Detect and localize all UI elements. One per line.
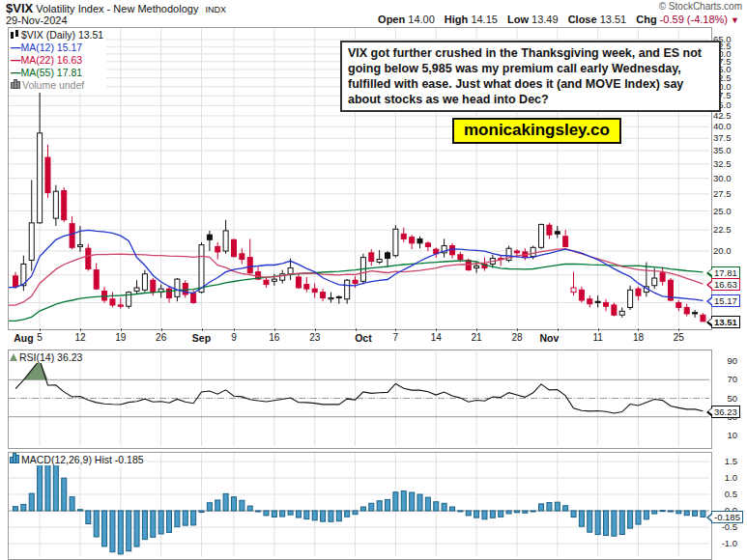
macd-axis-tick: 1.0 [712,473,737,483]
x-axis-tick [476,328,477,331]
x-axis-label-9: 9 [231,332,237,343]
rsi-axis-tick: 50 [712,394,737,404]
x-axis-tick [274,328,275,331]
price-tag-17.81: 17.81 [711,266,740,279]
price-axis-tick: 40.0 [713,122,732,131]
price-axis-tick: 27.5 [713,189,732,199]
price-tag-13.51: 13.51 [711,316,740,328]
x-axis-label-26: 26 [156,332,166,343]
x-axis-label-Oct: Oct [355,332,372,344]
legend-instrument: $VIX (Daily) 13.51 [11,29,103,42]
price-axis-tick: 42.5 [713,111,732,121]
macd-axis-tick: -1.0 [712,539,737,548]
close-value: 13.51 [600,14,627,25]
high-value: 14.15 [471,14,498,25]
watermark-badge: monicakingsley.co [452,118,621,144]
rsi-tag: 36.23 [711,406,740,418]
x-axis-label-14: 14 [431,332,442,343]
macd-bars-icon [10,455,19,463]
x-axis-label-28: 28 [511,332,522,343]
x-axis-label-25: 25 [674,332,684,343]
price-axis-tick: 30.0 [713,174,732,183]
close-label: Close [568,14,597,25]
macd-tag: -0.185 [711,511,743,523]
open-label: Open [378,14,405,25]
x-axis-label-19: 19 [115,332,126,343]
x-axis-tick [121,328,122,331]
macd-pane-canvas [9,453,709,557]
x-axis-tick [40,328,41,331]
stockcharts-vix-chart: $VIX Volatility Index - New Methodology … [0,0,747,560]
price-tag-16.63: 16.63 [711,278,740,291]
x-axis-label-5: 5 [37,332,43,343]
price-axis-tick: 22.5 [713,225,732,235]
annotation-text-box: VIX got further crushed in the Thanksgiv… [340,41,721,112]
symbol-description: Volatility Index - New Methodology [36,3,198,14]
price-axis-tick: 25.0 [713,207,732,216]
x-axis-label-21: 21 [472,332,482,343]
line-swatch-green: — [11,67,21,78]
x-axis-tick [436,328,437,331]
open-value: 14.00 [408,14,435,25]
macd-axis-tick: -0.5 [712,522,737,532]
price-legend: $VIX (Daily) 13.51 —MA(12) 15.17 —MA(22)… [10,28,106,93]
x-axis-tick [356,328,357,331]
price-axis-tick: 20.0 [713,246,732,256]
x-axis-label-12: 12 [74,332,85,343]
high-label: High [445,14,468,25]
x-axis-tick [161,328,162,331]
symbol: $VIX [6,1,33,15]
x-axis-label-Sep: Sep [192,332,211,344]
candlestick-icon [11,30,19,39]
price-axis-tick: 37.5 [713,133,732,143]
x-axis-label-7: 7 [393,332,399,343]
macd-axis-tick: 1.5 [712,457,737,466]
rsi-area-icon [10,353,17,361]
x-axis-label-18: 18 [633,332,644,343]
x-axis-tick [234,328,235,331]
price-axis-tick: 32.5 [713,159,732,169]
chart-title-row: $VIX Volatility Index - New Methodology … [6,1,226,15]
exchange-label: INDX [205,5,226,14]
rsi-axis-tick: 10 [712,431,737,440]
x-axis-tick [202,328,203,331]
copyright: © StockCharts.com [659,1,742,12]
x-axis-tick [315,328,316,331]
rsi-pane-canvas [9,350,709,446]
chg-label: Chg [636,14,656,25]
x-axis-label-Nov: Nov [539,332,559,344]
low-label: Low [507,14,529,25]
rsi-axis-tick: 70 [712,375,737,384]
legend-ma22: —MA(22) 16.63 [11,54,103,67]
line-swatch-blue: — [11,42,21,53]
line-swatch-red: — [11,54,21,66]
legend-ma55: —MA(55) 17.81 [11,67,103,79]
legend-ma12: —MA(12) 15.17 [11,42,103,54]
x-axis-tick [678,328,679,331]
low-value: 13.49 [532,14,559,25]
x-axis-tick [517,328,518,331]
chg-value: -0.59 (-4.18%) [660,14,728,25]
x-axis-tick [558,328,559,331]
volume-bars-icon [11,80,20,89]
x-axis-tick [598,328,599,331]
x-axis-label-11: 11 [592,332,602,343]
macd-axis-tick: 0.5 [712,490,737,499]
rsi-legend: RSI(14) 36.23 [10,351,85,363]
quote-summary: Open 14.00 High 14.15 Low 13.49 Close 13… [371,14,739,25]
x-axis-tick [395,328,396,331]
x-axis-label-23: 23 [309,332,320,343]
x-axis-tick [638,328,639,331]
legend-volume: Volume undef [11,79,103,92]
x-axis-label-Aug: Aug [14,332,33,344]
x-axis-tick [80,328,81,331]
down-triangle-icon: ▼ [731,15,739,25]
price-axis-tick: 35.0 [713,146,732,155]
x-axis-label-16: 16 [269,332,279,343]
macd-legend: MACD(12,26,9) Hist -0.185 [10,454,147,465]
rsi-axis-tick: 90 [712,356,737,366]
price-tag-15.17: 15.17 [711,294,740,307]
chart-date: 29-Nov-2024 [6,14,68,26]
